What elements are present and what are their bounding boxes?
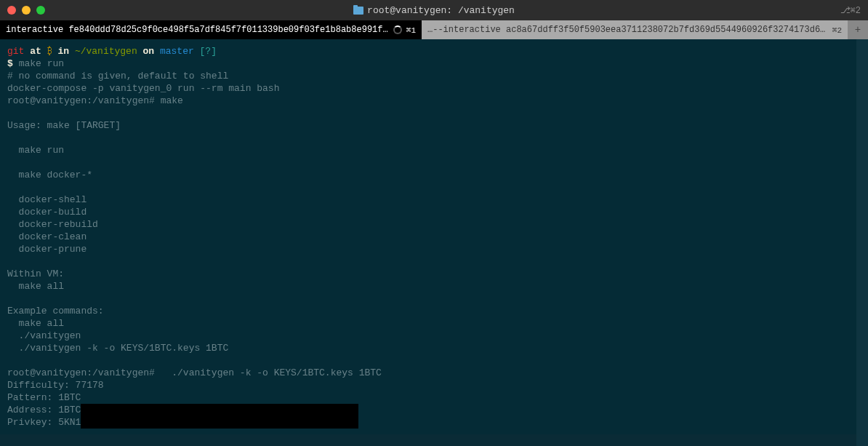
terminal-output-line [7,132,861,144]
terminal-output-line [7,255,861,268]
address-line: Address: 1BTC [7,404,861,416]
terminal-output-line: make all [7,317,861,330]
redacted-privkey [81,416,358,429]
address-label: Address: 1BTC [7,404,81,416]
folder-icon [353,7,363,15]
terminal-output-line: Pattern: 1BTC [7,391,861,404]
terminal-output-line [7,292,861,305]
tab-bar: interactive fe840ddd78d25c9f0ce498f5a7df… [0,20,868,39]
git-prompt-line: git at ₿ in ~/vanitygen on master [?] [7,45,861,57]
terminal-output-line: docker-compose -p vanitygen_0 run --rm m… [7,82,861,95]
terminal-output-line: docker-clean [7,231,861,243]
window-shortcut-indicator: ⎇⌘2 [840,5,861,16]
terminal-output-line: ./vanitygen [7,330,861,342]
prompt-path: ~/vanitygen [75,46,137,57]
new-tab-button[interactable]: + [848,20,868,39]
tab-active-shortcut: ⌘1 [406,25,416,35]
terminal-output-line: make all [7,280,861,292]
close-window-button[interactable] [7,6,16,15]
terminal-output-line: make run [7,144,861,156]
terminal-output-line [7,156,861,169]
terminal-content[interactable]: git at ₿ in ~/vanitygen on master [?] $ … [0,39,868,434]
maximize-window-button[interactable] [36,6,45,15]
window-title-text: root@vanitygen: /vanitygen [367,5,515,16]
bitcoin-icon: ₿ [47,46,52,57]
prompt-on: on [143,46,155,57]
terminal-output-line: # no command is given, default to shell [7,70,861,82]
traffic-lights [7,6,45,15]
terminal-output-line: root@vanitygen:/vanitygen# make [7,95,861,107]
tab-inactive-shortcut: ⌘2 [832,25,842,35]
prompt-at: at [30,46,41,57]
tab-active-label: interactive fe840ddd78d25c9f0ce498f5a7df… [6,25,389,35]
terminal-output-line [7,354,861,367]
prompt-status: [?] [200,46,217,57]
terminal-output-line: docker-shell [7,194,861,206]
prompt-branch: master [160,46,194,57]
terminal-output-line: Usage: make [TARGET] [7,119,861,132]
tab-inactive-label: …--interactive ac8a67ddff3f50f5903eea371… [427,25,828,35]
terminal-output-line: Example commands: [7,305,861,317]
command-text: make run [19,58,64,69]
privkey-label: Privkey: 5KN1 [7,416,81,429]
terminal-output-line: ./vanitygen -k -o KEYS/1BTC.keys 1BTC [7,342,861,354]
minimize-window-button[interactable] [22,6,31,15]
scrollbar[interactable] [856,39,868,446]
terminal-output-line: Within VM: [7,268,861,280]
terminal-output-line: docker-rebuild [7,218,861,231]
prompt-git: git [7,46,24,57]
terminal-output-line: make docker-* [7,169,861,181]
spinner-icon [393,25,402,34]
tab-active[interactable]: interactive fe840ddd78d25c9f0ce498f5a7df… [0,20,422,39]
prompt-in: in [57,46,69,57]
terminal-output-line [7,181,861,194]
prompt-dollar: $ [7,58,13,69]
terminal-output-line: root@vanitygen:/vanitygen# ./vanitygen -… [7,367,861,379]
terminal-output-line: docker-build [7,206,861,218]
terminal-output-line: Difficulty: 77178 [7,379,861,391]
tab-inactive[interactable]: …--interactive ac8a67ddff3f50f5903eea371… [422,20,848,39]
terminal-output-line: docker-prune [7,243,861,255]
command-line-1: $ make run [7,57,861,70]
privkey-line: Privkey: 5KN1 [7,416,861,429]
window-title-bar: root@vanitygen: /vanitygen ⎇⌘2 [0,0,868,20]
window-title: root@vanitygen: /vanitygen [7,5,861,16]
redacted-address [81,404,358,416]
terminal-output-line [7,107,861,119]
terminal-output: # no command is given, default to shelld… [7,70,861,404]
